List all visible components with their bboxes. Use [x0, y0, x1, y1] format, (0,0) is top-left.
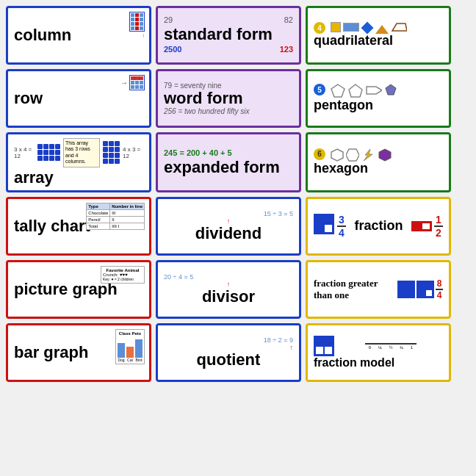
- row-icon: →: [120, 75, 145, 90]
- std-ex1: 2500: [164, 45, 181, 54]
- bargraph-bar-2: [126, 347, 134, 358]
- svg-marker-4: [386, 84, 396, 95]
- fraction-label: fraction: [354, 219, 403, 234]
- expanded-form-label: expanded form: [164, 159, 293, 176]
- hex-outline2: [346, 148, 359, 162]
- card-array: 3 x 4 = 12 This array has 3 rows and 4 c…: [6, 132, 151, 192]
- array-label: array: [14, 169, 143, 187]
- hex-shapes: [331, 148, 443, 162]
- frac-greater-label: fraction greater than one: [314, 278, 393, 301]
- main-page: ↑ column 29 82 standard form 2500 123 4 …: [0, 0, 476, 476]
- card-quotient: 18 ÷ 2 = 9 ↑ quotient: [156, 323, 301, 382]
- bargraph-bars: [118, 336, 143, 358]
- fracmodel-nl: 0 ¼ ½ ¾ 1: [339, 343, 443, 350]
- fracmodel-grid-visual: [314, 336, 334, 356]
- divisor-formula: 20 ÷ 4 = 5: [164, 273, 293, 281]
- quad-shape-square: [331, 22, 341, 32]
- svg-marker-3: [367, 87, 382, 94]
- quad-label: quadrilateral: [314, 34, 443, 48]
- fracmodel-label: fraction model: [314, 356, 443, 369]
- fraction-grids: 3 4: [314, 214, 346, 239]
- quad-shape-rect: [343, 23, 359, 32]
- frac-grid-partial: [416, 281, 434, 298]
- card-pentagon: 5 pentagon: [306, 69, 451, 128]
- svg-marker-7: [364, 149, 372, 161]
- std-num2: 82: [284, 15, 293, 24]
- array-eq2: 4 x 3 = 12: [123, 146, 143, 159]
- card-divisor: 20 ÷ 4 = 5 ↑ divisor: [156, 260, 301, 319]
- pent-content: 5: [314, 84, 443, 98]
- quotient-label: quotient: [164, 351, 293, 369]
- svg-marker-5: [331, 149, 343, 161]
- fraction-number-3-4: 3 4: [337, 214, 346, 239]
- card-hexagon: 6 hexagon: [306, 132, 451, 192]
- pent-shape-house: [348, 84, 363, 98]
- array-eq1: 3 x 4 = 12: [14, 146, 35, 159]
- tally-chart-icon: Type Number in line Chocolate III Pencil…: [86, 203, 145, 230]
- fraction-grid-1: [314, 214, 334, 234]
- tally-table: Type Number in line Chocolate III Pencil…: [86, 203, 145, 230]
- svg-marker-0: [392, 24, 407, 31]
- divisor-label: divisor: [164, 288, 293, 306]
- pent-badge: 5: [314, 84, 325, 95]
- word-form-label: word form: [164, 90, 293, 107]
- svg-marker-8: [379, 149, 391, 161]
- pent-shape-outline: [331, 84, 345, 98]
- card-fraction: 3 4 fraction 1 2: [306, 197, 451, 256]
- picgraph-display: Favorite Animal Crunch: ♥♥♥ Key: ♥ = 2 c…: [101, 266, 145, 284]
- expanded-eq: 245 = 200 + 40 + 5: [164, 148, 293, 157]
- hex-lightning: [361, 148, 376, 162]
- frac-greater-content: fraction greater than one 8 4: [314, 278, 443, 301]
- card-fraction-model: 0 ¼ ½ ¾ 1 fraction model: [306, 323, 451, 382]
- standard-form-numbers: 29 82: [164, 15, 293, 24]
- bargraph-bar-1: [118, 343, 125, 358]
- quad-shapes: [331, 22, 443, 34]
- array-note: This array has 3 rows and 4 columns.: [63, 138, 100, 167]
- array-grid: [37, 144, 60, 161]
- standard-form-examples: 2500 123: [164, 45, 293, 54]
- card-quadrilateral: 4 quadrilateral: [306, 6, 451, 65]
- frac-grid-full: [397, 281, 415, 298]
- pent-shapes: [331, 84, 443, 98]
- card-word-form: 79 = seventy nine word form 256 = two hu…: [156, 69, 301, 128]
- column-label: column: [14, 26, 143, 44]
- card-picture-graph: Favorite Animal Crunch: ♥♥♥ Key: ♥ = 2 c…: [6, 260, 151, 319]
- picture-graph-icon: Favorite Animal Crunch: ♥♥♥ Key: ♥ = 2 c…: [101, 266, 145, 284]
- svg-marker-6: [346, 149, 359, 161]
- quad-content: 4: [314, 22, 443, 34]
- hex-badge: 6: [314, 148, 325, 160]
- card-column: ↑ column: [6, 6, 151, 65]
- quad-badge: 4: [314, 22, 325, 34]
- fraction-half: 1 2: [411, 214, 443, 239]
- card-bar-graph: Class Pets Dog Cat Bird bar graph: [6, 323, 151, 382]
- pent-shape-filled: [385, 84, 397, 95]
- std-ex2: 123: [280, 45, 293, 54]
- tally-col-type: Type: [87, 203, 110, 209]
- card-dividend: 15 ÷ 3 = 5 ↑ dividend: [156, 197, 301, 256]
- picgraph-key: Key: ♥ = 2 children: [103, 277, 143, 281]
- tally-col-num: Number in line: [110, 203, 145, 209]
- quad-shape-diamond: [361, 22, 374, 35]
- fraction-content: 3 4 fraction 1 2: [314, 214, 443, 239]
- standard-form-label: standard form: [164, 26, 293, 43]
- word-form-sub: 256 = two hundred fifty six: [164, 107, 293, 115]
- pent-label: pentagon: [314, 98, 443, 113]
- bargraph-title: Class Pets: [118, 331, 143, 336]
- svg-marker-1: [331, 84, 345, 97]
- card-standard-form: 29 82 standard form 2500 123: [156, 6, 301, 65]
- fracmodel-content: 0 ¼ ½ ¾ 1: [314, 336, 443, 356]
- column-icon: ↑: [129, 12, 145, 38]
- card-tally-chart: Type Number in line Chocolate III Pencil…: [6, 197, 151, 256]
- bargraph-labels: Dog Cat Bird: [118, 358, 143, 362]
- fraction-number-1-2: 1 2: [434, 214, 443, 239]
- frac-greater-number: 8 4: [436, 278, 443, 300]
- pent-shape-arrow: [366, 84, 382, 95]
- svg-marker-2: [349, 84, 362, 97]
- hex-content: 6: [314, 148, 443, 162]
- hex-label: hexagon: [314, 162, 443, 176]
- bargraph-bar-3: [135, 339, 143, 358]
- row-label: row: [14, 90, 143, 107]
- array-content: 3 x 4 = 12 This array has 3 rows and 4 c…: [14, 138, 143, 167]
- frac-greater-visual: 8 4: [397, 278, 443, 300]
- card-row: →: [6, 69, 151, 128]
